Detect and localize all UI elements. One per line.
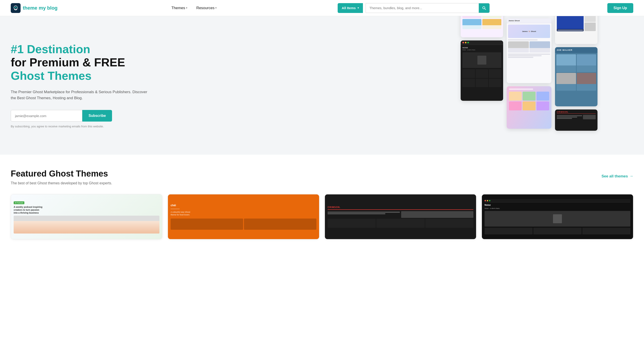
themes-chevron-icon: ▾ — [186, 6, 188, 9]
featured-header: Featured Ghost Themes See all themes → — [11, 169, 633, 179]
search-button[interactable] — [479, 3, 490, 13]
search-input[interactable] — [366, 3, 479, 13]
svg-point-2 — [14, 7, 14, 7]
signup-button[interactable]: Sign Up — [607, 3, 633, 13]
svg-point-3 — [17, 7, 18, 7]
navbar: theme my blog Themes ▾ Resources ▾ All I… — [0, 0, 644, 16]
theme-card-img-polly: ● Podcast A weekly podcast inspiringcrea… — [11, 194, 162, 239]
subscribe-form: Subscribe — [11, 110, 149, 122]
themes-grid: ● Podcast A weekly podcast inspiringcrea… — [11, 194, 633, 239]
logo[interactable]: theme my blog — [11, 3, 58, 13]
svg-point-1 — [15, 7, 16, 8]
theme-card-chef[interactable]: chéi A colourful new Ghosttheme for food… — [168, 194, 319, 239]
featured-subtitle: The best of best Ghost themes developed … — [11, 181, 633, 185]
preview-colorful-1 — [461, 16, 503, 37]
preview-zoe-walker: ZOE WALKER — [555, 47, 598, 106]
nav-links: Themes ▾ Resources ▾ — [168, 4, 220, 12]
preview-gradient — [507, 86, 552, 129]
hero-images: NOISE Noise - a silent chaos. — [461, 16, 644, 155]
email-input[interactable] — [11, 110, 82, 122]
theme-card-img-crimson: CRIMSON. — [325, 194, 476, 239]
see-all-link[interactable]: See all themes → — [602, 174, 633, 179]
filter-chevron-icon: ▾ — [358, 6, 359, 9]
theme-card-crimson[interactable]: CRIMSON. — [325, 194, 476, 239]
search-input-wrap — [366, 3, 490, 13]
subscribe-note: By subscribing, you agree to receive mar… — [11, 125, 149, 128]
hero-col-2: James Ghost James 👻 Ghost — [507, 18, 552, 155]
filter-button[interactable]: All Items ▾ — [338, 3, 363, 13]
featured-section: Featured Ghost Themes See all themes → T… — [0, 155, 644, 248]
hero-text: #1 Destination for Premium & FREE Ghost … — [11, 43, 149, 128]
search-icon — [482, 6, 486, 10]
resources-chevron-icon: ▾ — [215, 6, 217, 9]
hero-title: #1 Destination for Premium & FREE Ghost … — [11, 43, 149, 83]
preview-crimson: CRIMSON. — [555, 109, 598, 131]
theme-card-polly[interactable]: ● Podcast A weekly podcast inspiringcrea… — [11, 194, 162, 239]
theme-card-img-noise: Noise Noise - a silent chaos. — [482, 194, 633, 239]
logo-icon — [11, 3, 20, 13]
theme-card-noise[interactable]: Noise Noise - a silent chaos. — [482, 194, 633, 239]
logo-text: theme my blog — [23, 5, 58, 11]
search-area: All Items ▾ — [338, 3, 490, 13]
theme-card-img-chef: chéi A colourful new Ghosttheme for food… — [168, 194, 319, 239]
hero-col-3: Politics ZOE WALKER — [555, 16, 598, 155]
arrow-right-icon: → — [629, 174, 633, 179]
subscribe-button[interactable]: Subscribe — [82, 110, 112, 122]
preview-james-ghost: James Ghost James 👻 Ghost — [507, 18, 552, 83]
resources-nav-link[interactable]: Resources ▾ — [193, 4, 220, 12]
preview-noise: NOISE Noise - a silent chaos. — [461, 40, 503, 101]
hero-subtitle: The Premier Ghost Marketplace for Profes… — [11, 89, 149, 101]
hero-col-1: NOISE Noise - a silent chaos. — [461, 16, 503, 155]
themes-nav-link[interactable]: Themes ▾ — [168, 4, 191, 12]
hero-section: #1 Destination for Premium & FREE Ghost … — [0, 16, 644, 155]
featured-title: Featured Ghost Themes — [11, 169, 108, 179]
preview-politics: Politics — [555, 16, 598, 44]
